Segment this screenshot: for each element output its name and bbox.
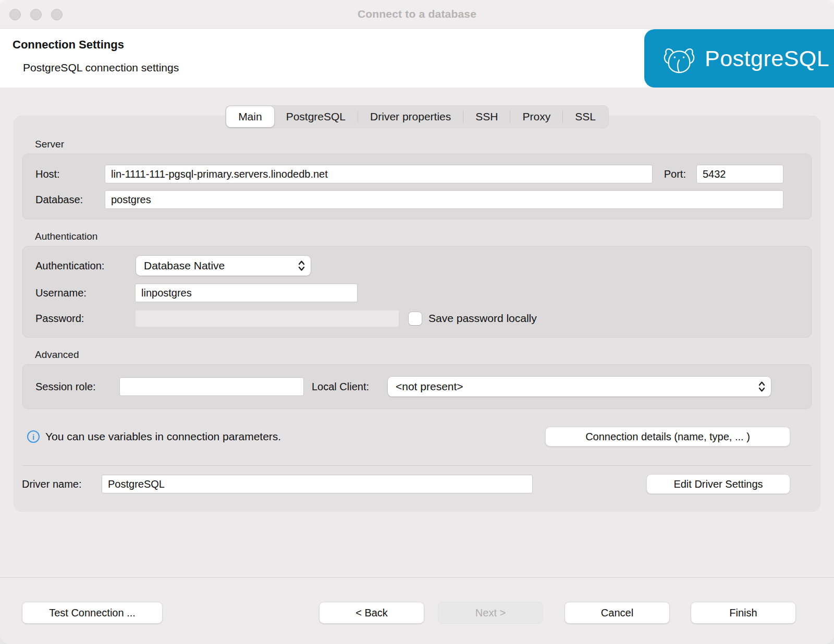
authentication-group: Authentication: Database Native Username… <box>22 246 812 338</box>
dialog-header: Connection Settings PostgreSQL connectio… <box>0 29 834 88</box>
test-connection-button[interactable]: Test Connection ... <box>22 602 163 624</box>
dialog-content: Main PostgreSQL Driver properties SSH Pr… <box>0 88 834 577</box>
zoom-window-button[interactable] <box>51 9 63 20</box>
driver-name-input[interactable] <box>102 475 533 493</box>
finish-button[interactable]: Finish <box>691 602 796 624</box>
local-client-label: Local Client: <box>312 381 388 393</box>
chevron-up-down-icon <box>758 380 766 393</box>
server-section-label: Server <box>35 139 812 150</box>
cancel-button[interactable]: Cancel <box>565 602 670 624</box>
connect-database-dialog: Connect to a database Connection Setting… <box>0 0 834 644</box>
title-bar: Connect to a database <box>0 0 834 29</box>
dialog-footer: Test Connection ... < Back Next > Cancel… <box>0 577 834 644</box>
postgresql-logo-text: PostgreSQL <box>705 46 829 71</box>
tab-main[interactable]: Main <box>226 106 274 127</box>
main-tab-panel: Server Host: Port: Database: Authenticat… <box>14 116 820 512</box>
session-role-input[interactable] <box>119 377 304 396</box>
edit-driver-settings-button[interactable]: Edit Driver Settings <box>646 474 790 494</box>
tab-bar: Main PostgreSQL Driver properties SSH Pr… <box>0 105 834 128</box>
minimize-window-button[interactable] <box>30 9 42 20</box>
username-input[interactable] <box>135 283 358 302</box>
authentication-label: Authentication: <box>35 260 136 272</box>
local-client-select[interactable]: <not present> <box>388 377 771 397</box>
database-input[interactable] <box>105 190 783 209</box>
postgresql-logo-badge: PostgreSQL <box>644 29 834 88</box>
port-label: Port: <box>664 168 686 180</box>
chevron-up-down-icon <box>298 259 305 272</box>
server-group: Host: Port: Database: <box>22 154 812 219</box>
save-password-label[interactable]: Save password locally <box>428 312 537 325</box>
tab-ssl[interactable]: SSL <box>563 106 608 127</box>
info-message: You can use variables in connection para… <box>45 430 281 443</box>
tab-ssh[interactable]: SSH <box>463 106 510 127</box>
info-row: i You can use variables in connection pa… <box>27 427 790 447</box>
tab-proxy[interactable]: Proxy <box>510 106 562 127</box>
save-password-checkbox[interactable] <box>409 312 422 325</box>
host-input[interactable] <box>105 165 653 183</box>
panel-divider <box>22 465 812 466</box>
authentication-section-label: Authentication <box>35 231 812 242</box>
close-window-button[interactable] <box>9 9 21 20</box>
password-label: Password: <box>35 313 135 325</box>
session-role-label: Session role: <box>35 381 119 393</box>
tab-postgresql[interactable]: PostgreSQL <box>274 106 358 127</box>
traffic-lights <box>9 9 63 20</box>
password-input[interactable] <box>135 309 399 327</box>
database-label: Database: <box>35 194 105 206</box>
window-title: Connect to a database <box>358 8 476 20</box>
connection-details-button[interactable]: Connection details (name, type, ... ) <box>545 427 790 447</box>
driver-row: Driver name: Edit Driver Settings <box>22 474 790 494</box>
host-label: Host: <box>35 168 105 180</box>
advanced-group: Session role: Local Client: <not present… <box>22 364 812 409</box>
tab-driver-properties[interactable]: Driver properties <box>358 106 463 127</box>
page-title: Connection Settings <box>13 38 124 52</box>
info-icon: i <box>27 430 40 443</box>
next-button[interactable]: Next > <box>438 602 543 624</box>
port-input[interactable] <box>696 165 783 183</box>
driver-name-label: Driver name: <box>22 478 102 490</box>
postgresql-elephant-icon <box>662 41 696 76</box>
advanced-section-label: Advanced <box>35 349 812 361</box>
authentication-select[interactable]: Database Native <box>136 256 311 276</box>
username-label: Username: <box>35 287 135 299</box>
back-button[interactable]: < Back <box>319 602 424 624</box>
page-subtitle: PostgreSQL connection settings <box>23 61 179 74</box>
